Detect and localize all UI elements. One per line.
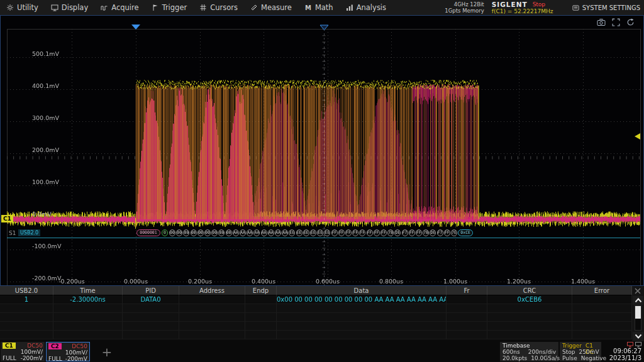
table-cell[interactable] (245, 295, 277, 304)
menu-item-trigger[interactable]: Trigger (145, 0, 194, 15)
channel-bandwidth: FULL (48, 356, 62, 362)
rotate-history-icon[interactable] (626, 18, 635, 26)
table-header-fr: Fr (447, 286, 487, 295)
x-axis-label: 1.200us (507, 278, 531, 285)
close-icon[interactable] (634, 287, 641, 295)
decode-byte-bubble: F7 (402, 229, 408, 236)
waveform-canvas[interactable] (1, 16, 643, 285)
network-status-icons (602, 342, 641, 348)
table-cell-empty (123, 331, 179, 339)
trigger-position-marker[interactable] (131, 25, 140, 30)
display-toolbar (597, 18, 635, 26)
trigger-box[interactable]: TriggerC1 DC Stop250mV PulseNegative (560, 342, 601, 361)
decode-byte-bubble: AA (233, 229, 239, 236)
menu-item-acquire[interactable]: Acquire (94, 0, 145, 15)
y-axis-label: 300.0mV (32, 114, 59, 121)
system-settings-label: SYSTEM SETTINGS (582, 4, 640, 11)
table-cell[interactable] (447, 295, 487, 304)
menu-item-cursors[interactable]: Cursors (193, 0, 244, 15)
table-header-crc: CRC (487, 286, 572, 295)
channel-offset: -200mV (65, 356, 87, 362)
decode-byte-bubble: FF (338, 229, 345, 236)
remote-icon (635, 342, 641, 348)
table-cell-empty (487, 304, 572, 313)
table-cell[interactable] (572, 295, 632, 304)
decode-byte-bubble: 7E (451, 229, 457, 236)
decode-byte-bubble: FF (380, 229, 387, 236)
table-cell-empty (123, 322, 179, 331)
svg-text:M: M (305, 4, 311, 11)
bus-protocol-tag[interactable]: USB2.0 (18, 229, 40, 236)
decode-byte-bubble: FF (345, 229, 352, 236)
table-cell-empty (179, 304, 245, 313)
table-cell-empty (123, 304, 179, 313)
delay-reference-marker[interactable] (319, 25, 329, 31)
channel1-position-tag[interactable]: C1 (1, 215, 13, 222)
table-cell-empty (245, 322, 277, 331)
x-axis-label: -0.200us (58, 278, 85, 285)
scrollbar-track[interactable] (635, 305, 641, 331)
decode-baseline (7, 238, 640, 238)
table-cell-empty (179, 322, 245, 331)
menu-item-label: Cursors (210, 3, 238, 12)
fullscreen-expand-icon[interactable] (612, 18, 620, 26)
table-cell[interactable]: 1 (0, 295, 53, 304)
channel-coupling: DC50 (72, 343, 87, 349)
x-axis-label: 0.000us (124, 278, 148, 285)
table-scrollbar (632, 286, 644, 341)
table-header-usb20: USB2.0 (0, 286, 53, 295)
table-cell-empty (447, 313, 487, 322)
table-header-error: Error (572, 286, 632, 295)
table-cell-empty (53, 313, 123, 322)
decode-byte-bubble: EE (317, 229, 323, 236)
x-axis-label: 1.000us (443, 278, 467, 285)
menu-item-analysis[interactable]: Analysis (340, 0, 392, 15)
decode-table: USB2.0TimePIDAddressEndpDataFrCRCError1-… (0, 286, 644, 341)
decode-crc-bubble: 0xCE (458, 229, 473, 236)
table-cell-empty (572, 331, 632, 339)
channel-box-c2[interactable]: C2DC50100mV/FULL-200mV (46, 342, 90, 361)
table-cell[interactable]: -2.30000ns (53, 295, 123, 304)
add-channel-button[interactable]: + (93, 342, 121, 361)
scrollbar-thumb[interactable] (635, 306, 641, 319)
menu-item-label: Measure (261, 3, 292, 12)
table-cell[interactable]: 0xCEB6 (487, 295, 572, 304)
table-cell-empty (53, 304, 123, 313)
decode-byte-bubble: FF (352, 229, 358, 236)
table-cell[interactable]: DATA0 (123, 295, 179, 304)
screenshot-camera-icon[interactable] (597, 18, 606, 26)
menu-item-utility[interactable]: Utility (0, 0, 45, 15)
clock-time: 09:06:27 (602, 348, 641, 354)
decode-byte-bubble: 00 (191, 229, 197, 236)
table-header-address: Address (179, 286, 245, 295)
scroll-up-button[interactable] (633, 296, 643, 305)
menu-item-math[interactable]: MMath (298, 0, 340, 15)
menu-item-display[interactable]: Display (45, 0, 94, 15)
system-settings-button[interactable]: SYSTEM SETTINGS (572, 4, 644, 11)
timebase-box[interactable]: Timebase 600ns200ns/div 20.0kpts10.0GSa/… (500, 342, 558, 361)
math-icon: M (304, 4, 312, 11)
x-axis-label: 0.800us (379, 278, 403, 285)
table-cell[interactable] (179, 295, 245, 304)
scroll-down-button[interactable] (633, 332, 643, 341)
table-cell-empty (487, 313, 572, 322)
table-cell-empty (447, 304, 487, 313)
chevron-up-icon (635, 298, 642, 303)
y-axis-label: 200.0mV (32, 146, 59, 153)
x-axis-label: 1.400us (571, 278, 595, 285)
table-cell[interactable]: 0x00 00 00 00 00 00 00 00 00 AA AA AA AA… (277, 295, 447, 304)
x-axis-label: 0.200us (188, 278, 212, 285)
brand-logo: SIGLENT (492, 1, 528, 8)
channel-box-c1[interactable]: C1DC50100mV/FULL-200mV (1, 342, 45, 361)
decode-byte-bubble: FF (416, 229, 422, 236)
analysis-icon (346, 4, 353, 11)
menu-item-measure[interactable]: Measure (244, 0, 298, 15)
clock-box[interactable]: 09:06:27 2023/11/3 (602, 342, 643, 361)
trigger-level-marker[interactable] (635, 133, 640, 140)
table-cell-empty (245, 304, 277, 313)
decode-byte-bubble: 00 (176, 229, 182, 236)
lan-icon (627, 342, 633, 348)
table-header-endp: Endp (245, 286, 277, 295)
decode-byte-bubble: EE (303, 229, 309, 236)
decode-byte-bubble: AA (275, 229, 281, 236)
